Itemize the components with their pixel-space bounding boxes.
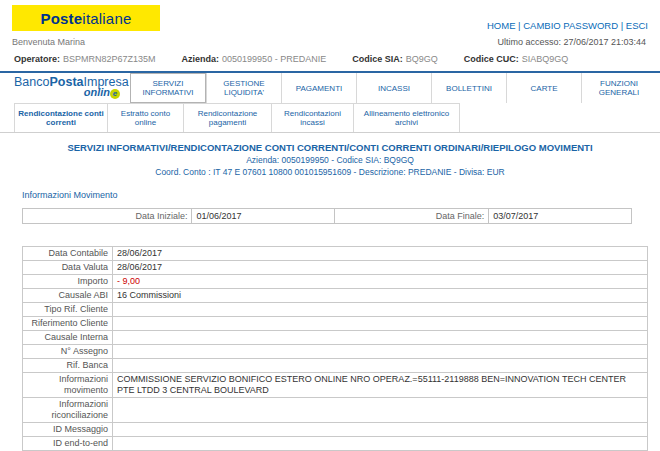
tab-gestione-liquidita[interactable]: GESTIONE LIQUIDITA' [206,73,281,103]
subnav-rendicontazioni-incassi[interactable]: Rendicontazioni incassi [272,103,354,132]
field-label: ID Messaggio [23,423,113,437]
field-value [113,345,648,359]
field-value: 28/06/2017 [113,261,648,275]
online-e-icon: e [110,89,120,99]
table-row: Causale ABI16 Commissioni [23,289,648,303]
table-row: Data Valuta28/06/2017 [23,261,648,275]
subnav-allineamento-elettronico-archivi[interactable]: Allineamento elettronico archivi [354,103,460,132]
table-row: Informazioni riconciliazione [23,398,648,423]
subnav-estratto-conto-online[interactable]: Estratto conto online [108,103,184,132]
page-header: Posteitaliane HOMECAMBIO PASSWORDESCI [0,0,660,31]
header-right: HOMECAMBIO PASSWORDESCI [487,5,648,31]
field-label: Riferimento Cliente [23,317,113,331]
field-label: ID end-to-end [23,437,113,451]
table-row: Rif. Banca [23,359,648,373]
codice-sia-label: Codice SIA: [352,54,403,64]
azienda-value: 0050199950 - PREDANIE [222,54,326,64]
azienda-field: Azienda:0050199950 - PREDANIE [182,54,327,64]
field-value: 28/06/2017 [113,247,648,261]
codice-sia-field: Codice SIA:BQ9GQ [352,54,438,64]
field-value: 16 Commissioni [113,289,648,303]
table-row: Riferimento Cliente [23,317,648,331]
operator-value: BSPMRN82P67Z135M [63,54,156,64]
field-label: Tipo Rif. Cliente [23,303,113,317]
tab-funzioni-generali[interactable]: FUNZIONI GENERALI [581,73,656,103]
movement-detail-table: Data Contabile28/06/2017 Data Valuta28/0… [22,246,648,451]
bancoposta-impresa-logo: BancoPostaImpresa online [0,73,130,103]
field-label: Causale Interna [23,331,113,345]
main-nav: BancoPostaImpresa online SERVIZI INFORMA… [0,71,660,103]
welcome-row: Benvenuta Marina Ultimo accesso: 27/06/2… [0,31,660,47]
logo-text-bold: Poste [41,10,83,27]
subtitle-conto: Coord. Conto : IT 47 E 07601 10800 00101… [0,167,660,177]
field-label: Data Contabile [23,247,113,261]
section-title-informazioni-movimento: Informazioni Movimento [22,190,660,200]
codice-cuc-value: SIABQ9GQ [522,54,569,64]
field-value [113,303,648,317]
subnav-rendicontazione-pagamenti[interactable]: Rendicontazione pagamenti [184,103,272,132]
date-filter-row: Data Iniziale: 01/06/2017 Data Finale: 0… [23,209,632,224]
operator-bar: Operatore:BSPMRN82P67Z135M Azienda:00501… [0,47,660,69]
table-row: Data Contabile28/06/2017 [23,247,648,261]
poste-italiane-logo: Posteitaliane [12,5,160,31]
field-label: Importo [23,275,113,289]
field-label: Informazioni riconciliazione [23,398,113,423]
field-value [113,437,648,451]
table-row: Informazioni movimentoCOMMISSIONE SERVIZ… [23,373,648,398]
field-value-importo: - 9,00 [113,275,648,289]
codice-cuc-field: Codice CUC:SIABQ9GQ [464,54,569,64]
data-finale-label: Data Finale: [335,209,489,224]
field-label: Causale ABI [23,289,113,303]
subtitle-azienda: Azienda: 0050199950 - Codice SIA: BQ9GQ [0,155,660,165]
field-label: Informazioni movimento [23,373,113,398]
field-value: COMMISSIONE SERVIZIO BONIFICO ESTERO ONL… [113,373,648,398]
tab-bollettini[interactable]: BOLLETTINI [431,73,506,103]
field-value [113,317,648,331]
header-links: HOMECAMBIO PASSWORDESCI [487,20,648,31]
table-row: Tipo Rif. Cliente [23,303,648,317]
data-iniziale-label: Data Iniziale: [23,209,192,224]
tab-incassi[interactable]: INCASSI [356,73,431,103]
field-value [113,398,648,423]
data-iniziale-value: 01/06/2017 [192,209,335,224]
date-filter-table: Data Iniziale: 01/06/2017 Data Finale: 0… [22,208,632,224]
codice-cuc-label: Codice CUC: [464,54,519,64]
operator-label: Operatore: [14,54,60,64]
subnav-rendicontazione-conti-correnti[interactable]: Rendicontazione conti correnti [14,103,108,132]
nav-tabs: SERVIZI INFORMATIVI GESTIONE LIQUIDITA' … [130,73,656,103]
last-access-text: Ultimo accesso: 27/06/2017 21:03:44 [497,37,646,47]
tab-servizi-informativi[interactable]: SERVIZI INFORMATIVI [130,73,206,103]
tab-pagamenti[interactable]: PAGAMENTI [281,73,356,103]
field-label: Rif. Banca [23,359,113,373]
sub-nav: Rendicontazione conti correnti Estratto … [0,103,660,133]
title-block: SERVIZI INFORMATIVI/RENDICONTAZIONE CONT… [0,142,660,177]
operator-field: Operatore:BSPMRN82P67Z135M [14,54,156,64]
data-finale-value: 03/07/2017 [489,209,632,224]
link-esci[interactable]: ESCI [618,20,648,31]
field-label: Data Valuta [23,261,113,275]
link-home[interactable]: HOME [487,20,516,31]
tab-carte[interactable]: CARTE [506,73,581,103]
field-value [113,359,648,373]
welcome-text: Benvenuta Marina [12,37,85,47]
breadcrumb-title: SERVIZI INFORMATIVI/RENDICONTAZIONE CONT… [0,142,660,153]
field-value [113,331,648,345]
field-label: N° Assegno [23,345,113,359]
azienda-label: Azienda: [182,54,220,64]
link-cambio-password[interactable]: CAMBIO PASSWORD [515,20,618,31]
table-row: ID end-to-end [23,437,648,451]
table-row: Importo- 9,00 [23,275,648,289]
logo-text-regular: italiane [82,10,131,27]
field-value [113,423,648,437]
codice-sia-value: BQ9GQ [406,54,438,64]
table-row: ID Messaggio [23,423,648,437]
table-row: N° Assegno [23,345,648,359]
table-row: Causale Interna [23,331,648,345]
